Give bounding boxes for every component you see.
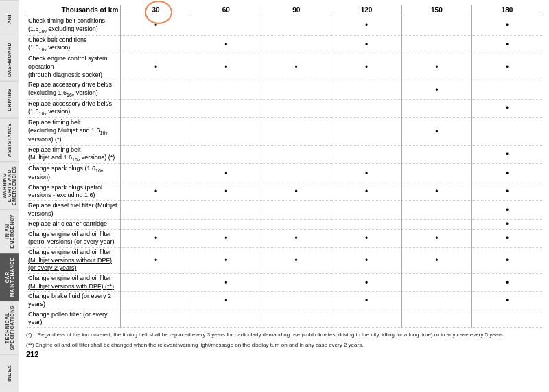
dot-cell-6-2 xyxy=(261,145,331,164)
row-label-1: Check belt conditions(1.616v version) xyxy=(26,35,121,54)
dot-cell-14-2 xyxy=(261,292,331,310)
dot-cell-6-3 xyxy=(331,145,401,164)
dot-cell-10-4 xyxy=(401,219,471,229)
dot-cell-9-0 xyxy=(121,201,191,219)
dot-cell-15-3 xyxy=(331,310,401,327)
dot-cell-4-1 xyxy=(191,99,261,118)
row-label-7: Change spark plugs (1.616v version) xyxy=(26,164,121,183)
dot-cell-15-2 xyxy=(261,310,331,327)
col-60-header: 60 xyxy=(191,5,261,16)
row-label-2: Check engine control system operation(th… xyxy=(26,54,121,80)
dot-cell-11-5: • xyxy=(472,229,542,247)
sidebar-tab-technical[interactable]: TECHNICAL SPECIFICATIONS xyxy=(0,301,19,354)
sidebar-tab-warnings[interactable]: WARNING LIGHTS AND EMERGENCIES xyxy=(0,161,19,209)
dot-cell-5-4: • xyxy=(401,118,471,145)
table-row: Replace diesel fuel filter (Multijet ver… xyxy=(26,201,542,219)
dot-cell-15-0 xyxy=(121,310,191,327)
dot-cell-1-1: • xyxy=(191,35,261,54)
col-30-circle: 30 xyxy=(152,6,159,14)
table-row: Change engine oil and oil filter(Multije… xyxy=(26,247,542,273)
dot-cell-14-4 xyxy=(401,292,471,310)
dot-cell-12-3: • xyxy=(331,247,401,273)
dot-cell-0-1 xyxy=(191,16,261,36)
dot-cell-6-5: • xyxy=(472,145,542,164)
col-120-header: 120 xyxy=(331,5,401,16)
dot-cell-5-3 xyxy=(331,118,401,145)
dot-cell-14-5: • xyxy=(472,292,542,310)
row-label-4: Replace accessory drive belt/s (1.616v v… xyxy=(26,99,121,118)
dot-cell-4-5: • xyxy=(472,99,542,118)
dot-cell-11-0: • xyxy=(121,229,191,247)
row-label-13: Change engine oil and oil filter(Multije… xyxy=(26,273,121,291)
footnote-2: (**) Engine oil and oil filter shall be … xyxy=(26,341,542,349)
dot-cell-2-5: • xyxy=(472,54,542,80)
dot-cell-11-4: • xyxy=(401,229,471,247)
table-row: Replace accessory drive belt/s(excluding… xyxy=(26,80,542,100)
row-label-0: Check timing belt conditions(1.616v excl… xyxy=(26,16,121,36)
dot-cell-4-2 xyxy=(261,99,331,118)
row-label-9: Replace diesel fuel filter (Multijet ver… xyxy=(26,201,121,219)
dot-cell-8-3: • xyxy=(331,183,401,200)
dot-cell-4-0 xyxy=(121,99,191,118)
dot-cell-9-4 xyxy=(401,201,471,219)
row-label-14: Change brake fluid (or every 2 years) xyxy=(26,292,121,310)
dot-cell-9-3 xyxy=(331,201,401,219)
row-label-10: Replace air cleaner cartridge xyxy=(26,219,121,229)
col-150-header: 150 xyxy=(401,5,471,16)
dot-cell-1-5: • xyxy=(472,35,542,54)
dot-cell-0-3: • xyxy=(331,16,401,36)
row-label-8: Change spark plugs (petrol versions - ex… xyxy=(26,183,121,200)
sidebar-tab-ani[interactable]: ANI xyxy=(0,0,19,38)
dot-cell-1-4 xyxy=(401,35,471,54)
dot-cell-3-4: • xyxy=(401,80,471,100)
sidebar-tab-driving[interactable]: DRIVING xyxy=(0,81,19,119)
dot-cell-9-2 xyxy=(261,201,331,219)
dot-cell-8-5: • xyxy=(472,183,542,200)
table-row: Change brake fluid (or every 2 years)••• xyxy=(26,292,542,310)
dot-cell-2-1: • xyxy=(191,54,261,80)
row-label-5: Replace timing belt(excluding Multijet a… xyxy=(26,118,121,145)
dot-cell-8-4: • xyxy=(401,183,471,200)
sidebar-tab-index[interactable]: INDEX xyxy=(0,354,19,392)
dot-cell-1-3: • xyxy=(331,35,401,54)
dot-cell-0-5: • xyxy=(472,16,542,36)
dot-cell-10-2 xyxy=(261,219,331,229)
dot-cell-10-3 xyxy=(331,219,401,229)
dot-cell-7-2 xyxy=(261,164,331,183)
table-row: Replace timing belt(excluding Multijet a… xyxy=(26,118,542,145)
dot-cell-4-4 xyxy=(401,99,471,118)
table-row: Replace air cleaner cartridge• xyxy=(26,219,542,229)
dot-cell-2-3: • xyxy=(331,54,401,80)
main-content: Thousands of km 30 60 90 120 150 180 Che… xyxy=(19,0,549,392)
sidebar-tab-maintenance[interactable]: CAR MAINTENANCE xyxy=(0,253,19,301)
dot-cell-11-3: • xyxy=(331,229,401,247)
dot-cell-3-0 xyxy=(121,80,191,100)
dot-cell-13-3: • xyxy=(331,273,401,291)
dot-cell-12-2: • xyxy=(261,247,331,273)
dot-cell-8-2: • xyxy=(261,183,331,200)
dot-cell-5-1 xyxy=(191,118,261,145)
sidebar-tab-assistance[interactable]: ASSISTANCE xyxy=(0,118,19,161)
dot-cell-6-4 xyxy=(401,145,471,164)
row-label-3: Replace accessory drive belt/s(excluding… xyxy=(26,80,121,100)
sidebar-tab-dashboard[interactable]: DASHBOARD xyxy=(0,38,19,81)
dot-cell-6-0 xyxy=(121,145,191,164)
sidebar-tab-emergency[interactable]: IN AN EMERGENCY xyxy=(0,209,19,253)
dot-cell-5-5 xyxy=(472,118,542,145)
row-label-15: Change pollen filter (or every year) xyxy=(26,310,121,327)
table-row: Check timing belt conditions(1.616v excl… xyxy=(26,16,542,36)
dot-cell-9-5: • xyxy=(472,201,542,219)
dot-cell-15-4 xyxy=(401,310,471,327)
col-30-header: 30 xyxy=(121,5,191,16)
table-row: Check belt conditions(1.616v version)••• xyxy=(26,35,542,54)
dot-cell-3-2 xyxy=(261,80,331,100)
row-label-6: Replace timing belt(Multijet and 1.616v … xyxy=(26,145,121,164)
dot-cell-10-1 xyxy=(191,219,261,229)
km-header: Thousands of km xyxy=(26,5,121,16)
dot-cell-12-4: • xyxy=(401,247,471,273)
dot-cell-10-0 xyxy=(121,219,191,229)
dot-cell-2-0: • xyxy=(121,54,191,80)
page-number: 212 xyxy=(26,350,542,358)
table-row: Change spark plugs (petrol versions - ex… xyxy=(26,183,542,200)
dot-cell-10-5: • xyxy=(472,219,542,229)
